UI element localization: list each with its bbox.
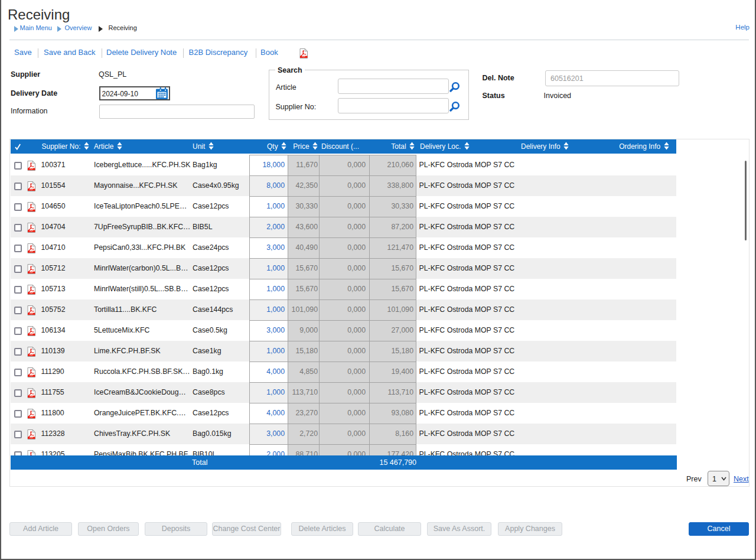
svg-text:PDF: PDF — [30, 271, 33, 274]
svg-text:PDF: PDF — [30, 437, 33, 439]
svg-text:PDF: PDF — [30, 375, 33, 377]
svg-text:PDF: PDF — [30, 416, 33, 418]
svg-text:PDF: PDF — [30, 333, 33, 336]
svg-text:PDF: PDF — [30, 395, 33, 398]
svg-text:PDF: PDF — [30, 292, 33, 294]
svg-text:PDF: PDF — [30, 250, 33, 253]
svg-text:PDF: PDF — [30, 354, 33, 356]
svg-text:PDF: PDF — [30, 168, 33, 170]
svg-text:PDF: PDF — [30, 209, 33, 211]
svg-text:PDF: PDF — [30, 230, 33, 232]
svg-text:PDF: PDF — [30, 188, 33, 191]
svg-text:PDF: PDF — [302, 56, 306, 58]
svg-text:PDF: PDF — [30, 312, 33, 315]
